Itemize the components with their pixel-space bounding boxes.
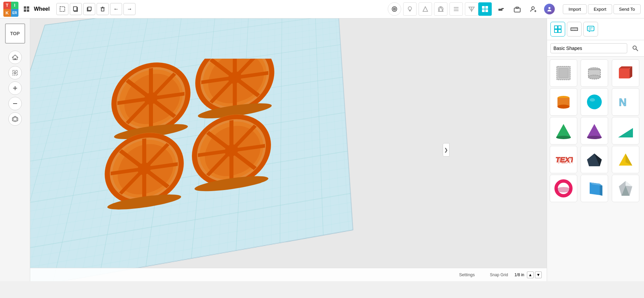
svg-point-103: [633, 46, 636, 49]
zoom-in-button[interactable]: [8, 81, 22, 95]
snap-grid-value: 1/8 in: [515, 273, 524, 277]
shape-pink-torus[interactable]: [550, 175, 577, 202]
svg-marker-45: [12, 116, 18, 122]
svg-rect-28: [482, 9, 485, 12]
shape-text-3d[interactable]: TEXTTEXT: [550, 146, 577, 173]
svg-marker-100: [589, 31, 591, 32]
shape-purple-cone[interactable]: [581, 117, 608, 144]
svg-rect-27: [485, 6, 488, 9]
snap-grid-controls: 1/8 in ▲ ▼: [513, 272, 542, 278]
export-button[interactable]: Export: [588, 4, 612, 14]
chat-panel-tab[interactable]: [583, 22, 598, 37]
shape-green-cone[interactable]: [550, 117, 577, 144]
toolbar-left: ← →: [56, 3, 270, 15]
svg-rect-40: [13, 70, 17, 75]
top-actions: Import Export Send To: [563, 4, 641, 14]
header: T I K ER Wheel ←: [0, 0, 644, 18]
cube-perspective-button[interactable]: [8, 112, 22, 126]
logo: T I K ER: [3, 2, 18, 17]
deselect-button[interactable]: [56, 3, 68, 15]
shape-text-N[interactable]: N: [612, 88, 639, 116]
search-shapes-button[interactable]: [630, 43, 641, 54]
shape-teal-wedge[interactable]: [612, 117, 639, 144]
wheels-canvas[interactable]: [91, 59, 319, 253]
briefcase-nav-button[interactable]: [511, 2, 524, 16]
view-cube-label: TOP: [5, 23, 25, 44]
right-panel-tabs: [547, 18, 644, 40]
settings-bar: Settings Snap Grid 1/8 in ▲ ▼: [30, 268, 547, 281]
svg-marker-119: [556, 124, 571, 137]
ruler-panel-tab[interactable]: [567, 22, 582, 37]
shapes-dropdown[interactable]: Basic Shapes: [550, 43, 627, 53]
align-button[interactable]: [449, 2, 463, 16]
copy-button[interactable]: [70, 3, 82, 15]
duplicate-button[interactable]: [83, 3, 95, 15]
hammer-nav-button[interactable]: [494, 2, 508, 16]
grid-panel-tab[interactable]: [550, 22, 565, 37]
toolbar-right: [478, 2, 556, 16]
svg-point-120: [556, 136, 571, 139]
camera-button[interactable]: [388, 2, 401, 16]
add-user-button[interactable]: [527, 2, 540, 16]
svg-rect-93: [558, 29, 561, 33]
svg-rect-1: [27, 6, 29, 9]
snap-grid-decrease[interactable]: ▼: [535, 272, 542, 278]
logo-i: I: [11, 2, 19, 9]
view-cube[interactable]: TOP: [3, 22, 27, 45]
svg-rect-8: [88, 7, 91, 10]
shape-sphere[interactable]: [581, 88, 608, 116]
shape-filter-button[interactable]: [419, 2, 432, 16]
shape-filter2-button[interactable]: [434, 2, 447, 16]
grid-menu-button[interactable]: [22, 4, 31, 14]
fit-view-button[interactable]: [8, 66, 22, 79]
canvas-area[interactable]: Settings Snap Grid 1/8 in ▲ ▼ ❯: [30, 18, 547, 281]
svg-point-109: [588, 75, 600, 79]
svg-marker-46: [13, 117, 17, 121]
project-title: Wheel: [34, 6, 50, 12]
svg-rect-9: [101, 8, 104, 11]
main: TOP: [0, 18, 644, 281]
shape-blue-prism[interactable]: [581, 175, 608, 202]
import-button[interactable]: Import: [563, 4, 587, 14]
svg-marker-121: [587, 124, 602, 137]
mirror-button[interactable]: [465, 2, 478, 16]
redo-button[interactable]: →: [123, 3, 136, 15]
shape-cylinder[interactable]: [550, 88, 577, 116]
svg-rect-92: [554, 29, 557, 33]
svg-rect-3: [27, 9, 29, 12]
svg-rect-94: [571, 28, 578, 31]
svg-marker-124: [618, 128, 633, 137]
svg-rect-4: [60, 7, 65, 11]
lightbulb-button[interactable]: [403, 2, 417, 16]
svg-point-115: [557, 105, 570, 109]
shape-red-box[interactable]: [612, 59, 639, 87]
project-title-area: Wheel: [22, 4, 50, 14]
svg-rect-29: [485, 9, 488, 12]
avatar-button[interactable]: [543, 2, 556, 16]
svg-point-37: [548, 7, 550, 9]
svg-point-132: [556, 187, 571, 192]
logo-k: K: [3, 9, 11, 17]
shape-gray-gem[interactable]: [612, 175, 639, 202]
logo-t: T: [3, 2, 11, 9]
svg-rect-106: [559, 68, 568, 78]
svg-point-117: [590, 98, 595, 102]
send-to-button[interactable]: Send To: [613, 4, 641, 14]
svg-rect-2: [24, 9, 26, 12]
grid-nav-button[interactable]: [478, 2, 492, 16]
svg-rect-26: [482, 6, 485, 9]
shape-yellow-pyramid[interactable]: [612, 146, 639, 173]
panel-collapse-toggle[interactable]: ❯: [443, 143, 449, 157]
snap-grid-increase[interactable]: ▲: [527, 272, 534, 278]
undo-button[interactable]: ←: [110, 3, 122, 15]
zoom-out-button[interactable]: [8, 97, 22, 110]
svg-text:TEXT: TEXT: [557, 157, 573, 165]
logo-er: ER: [11, 9, 19, 17]
home-view-button[interactable]: [8, 51, 22, 64]
svg-marker-137: [626, 181, 632, 186]
svg-rect-31: [501, 8, 504, 9]
shape-hole-cylinder[interactable]: [581, 59, 608, 87]
shape-dark-prism[interactable]: [581, 146, 608, 173]
delete-button[interactable]: [97, 3, 109, 15]
shape-hole-box[interactable]: [550, 59, 577, 87]
